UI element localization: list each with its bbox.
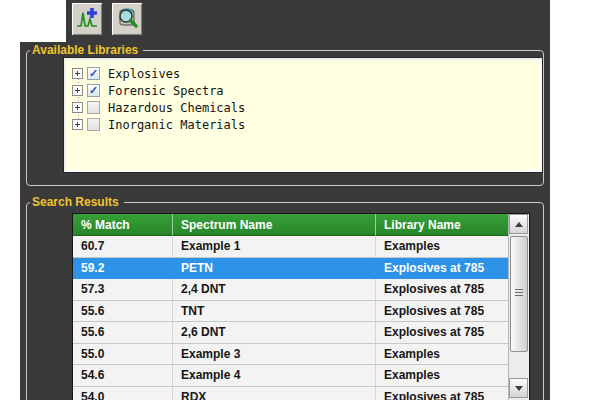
cell-spectrum: 2,6 DNT (173, 322, 376, 344)
cell-match: 60.7 (73, 236, 173, 258)
cell-library: Explosives at 785 (376, 301, 508, 323)
cell-match: 55.6 (73, 322, 173, 344)
table-row[interactable]: 55.0Example 3Examples (73, 344, 508, 366)
table-row[interactable]: 55.6TNTExplosives at 785 (73, 301, 508, 323)
tree-expand-icon[interactable] (72, 68, 83, 79)
column-header-library-name[interactable]: Library Name (376, 214, 508, 236)
results-table-header: % MatchSpectrum NameLibrary Name (73, 214, 508, 236)
tree-item-label: Forensic Spectra (108, 84, 224, 98)
checkbox-unchecked[interactable] (87, 101, 100, 114)
cell-match: 54.6 (73, 365, 173, 387)
table-row[interactable]: 57.32,4 DNTExplosives at 785 (73, 279, 508, 301)
checkbox-checked[interactable]: ✓ (87, 84, 100, 97)
scrollbar-grip-icon (515, 289, 523, 298)
results-table-body: % MatchSpectrum NameLibrary Name 60.7Exa… (73, 214, 508, 400)
table-row[interactable]: 54.6Example 4Examples (73, 365, 508, 387)
tree-expand-icon[interactable] (72, 102, 83, 113)
column-header-spectrum-name[interactable]: Spectrum Name (173, 214, 376, 236)
cell-library: Explosives at 785 (376, 258, 508, 280)
cell-library: Explosives at 785 (376, 279, 508, 301)
library-search-icon (115, 6, 139, 33)
tree-item-hazardous-chemicals[interactable]: Hazardous Chemicals (72, 99, 536, 116)
tree-expand-icon[interactable] (72, 85, 83, 96)
cell-match: 57.3 (73, 279, 173, 301)
cell-spectrum: PETN (173, 258, 376, 280)
add-spectrum-button[interactable] (71, 2, 103, 36)
table-row[interactable]: 60.7Example 1Examples (73, 236, 508, 258)
table-row[interactable]: 54.0RDXExplosives at 785 (73, 387, 508, 400)
tree-item-forensic-spectra[interactable]: ✓Forensic Spectra (72, 82, 536, 99)
main-panel: Available Libraries ✓Explosives✓Forensic… (20, 42, 550, 400)
cell-spectrum: 2,4 DNT (173, 279, 376, 301)
scroll-up-button[interactable] (509, 214, 528, 234)
cell-library: Examples (376, 344, 508, 366)
cell-spectrum: RDX (173, 387, 376, 400)
toolbar-background (66, 0, 550, 42)
cell-library: Examples (376, 236, 508, 258)
cell-match: 55.0 (73, 344, 173, 366)
cell-library: Explosives at 785 (376, 322, 508, 344)
cell-library: Explosives at 785 (376, 387, 508, 400)
available-libraries-label: Available Libraries (30, 43, 143, 57)
cell-match: 54.0 (73, 387, 173, 400)
cell-match: 55.6 (73, 301, 173, 323)
tree-expand-icon[interactable] (72, 119, 83, 130)
tree-item-explosives[interactable]: ✓Explosives (72, 65, 536, 82)
checkbox-checked[interactable]: ✓ (87, 67, 100, 80)
results-table: % MatchSpectrum NameLibrary Name 60.7Exa… (72, 213, 530, 400)
tree-item-inorganic-materials[interactable]: Inorganic Materials (72, 116, 536, 133)
cell-library: Examples (376, 365, 508, 387)
cell-spectrum: Example 1 (173, 236, 376, 258)
cell-spectrum: Example 3 (173, 344, 376, 366)
scroll-up-arrow-icon (515, 222, 523, 227)
table-row-selected[interactable]: 59.2PETNExplosives at 785 (73, 258, 508, 280)
scrollbar-thumb[interactable] (510, 236, 528, 352)
checkbox-unchecked[interactable] (87, 118, 100, 131)
library-tree: ✓Explosives✓Forensic SpectraHazardous Ch… (64, 58, 542, 172)
search-results-label: Search Results (30, 195, 124, 209)
scroll-down-button[interactable] (509, 378, 528, 398)
tree-item-label: Hazardous Chemicals (108, 101, 245, 115)
vertical-scrollbar[interactable] (508, 214, 528, 400)
cell-spectrum: Example 4 (173, 365, 376, 387)
column-header--match[interactable]: % Match (73, 214, 173, 236)
toolbar (71, 2, 143, 36)
scroll-down-arrow-icon (515, 386, 523, 391)
cell-match: 59.2 (73, 258, 173, 280)
tree-item-label: Explosives (108, 67, 180, 81)
spectrum-plus-icon (75, 6, 99, 33)
tree-item-label: Inorganic Materials (108, 118, 245, 132)
search-libraries-button[interactable] (111, 2, 143, 36)
cell-spectrum: TNT (173, 301, 376, 323)
table-row[interactable]: 55.62,6 DNTExplosives at 785 (73, 322, 508, 344)
